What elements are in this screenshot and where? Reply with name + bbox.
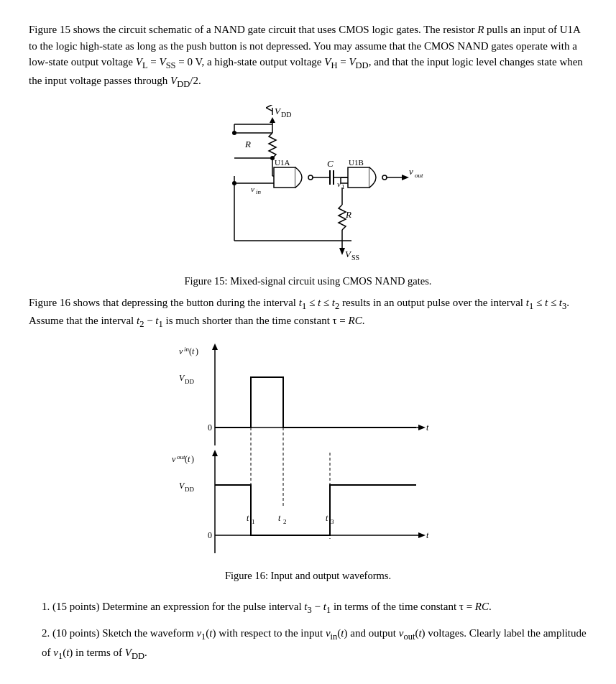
svg-text:): ): [196, 346, 198, 356]
svg-text:1: 1: [252, 518, 255, 525]
figure-15-container: V DD R U1A v in: [29, 104, 587, 287]
svg-point-20: [270, 156, 275, 160]
waveform-diagram: v in ( t ) V DD t 0 t 1 t 2 v out (: [157, 341, 459, 564]
svg-rect-8: [274, 167, 295, 188]
svg-marker-36: [339, 248, 345, 255]
circuit-diagram: V DD R U1A v in: [157, 104, 459, 269]
svg-text:C: C: [327, 158, 334, 169]
svg-text:DD: DD: [185, 486, 194, 493]
svg-text:): ): [191, 454, 194, 464]
svg-text:in: in: [256, 188, 262, 195]
intro-paragraph: Figure 15 shows the circuit schematic of…: [29, 22, 587, 91]
svg-text:DD: DD: [281, 111, 291, 119]
fig16-caption: Figure 16: Input and output waveforms.: [225, 570, 391, 582]
svg-text:U1A: U1A: [275, 158, 290, 167]
svg-point-9: [308, 175, 313, 180]
svg-text:t: t: [426, 422, 429, 433]
svg-marker-46: [402, 175, 409, 180]
svg-text:t: t: [188, 454, 190, 464]
svg-marker-4: [270, 117, 275, 123]
svg-marker-50: [212, 343, 218, 350]
svg-text:v: v: [172, 454, 176, 464]
questions-section: 1. (15 points) Determine an expression f…: [29, 598, 587, 663]
svg-text:DD: DD: [185, 378, 194, 385]
svg-text:R: R: [345, 209, 351, 220]
svg-text:SS: SS: [351, 254, 359, 262]
svg-marker-52: [418, 425, 426, 430]
fig16-paragraph: Figure 16 shows that depressing the butt…: [29, 295, 587, 332]
svg-marker-69: [212, 450, 218, 456]
svg-point-40: [382, 175, 387, 180]
svg-text:t: t: [326, 513, 328, 523]
svg-text:t: t: [426, 530, 429, 540]
svg-text:R: R: [244, 139, 251, 149]
svg-text:t: t: [192, 346, 195, 356]
fig15-caption: Figure 15: Mixed-signal circuit using CM…: [185, 275, 432, 287]
svg-point-18: [232, 181, 236, 185]
svg-text:t: t: [278, 513, 281, 523]
question-2: 2. (10 points) Sketch the waveform v1(t)…: [42, 624, 587, 663]
svg-text:v: v: [409, 166, 413, 177]
svg-text:0: 0: [208, 422, 212, 433]
svg-text:U1B: U1B: [349, 158, 364, 167]
svg-rect-39: [348, 167, 369, 188]
svg-text:v: v: [251, 185, 254, 193]
svg-marker-71: [418, 532, 426, 538]
svg-text:v: v: [179, 346, 183, 356]
svg-text:0: 0: [208, 530, 212, 540]
question-1: 1. (15 points) Determine an expression f…: [42, 598, 587, 617]
svg-text:t: t: [247, 513, 249, 523]
svg-text:3: 3: [331, 518, 334, 525]
svg-text:out: out: [415, 172, 423, 179]
svg-text:2: 2: [283, 518, 287, 525]
figure-16-container: v in ( t ) V DD t 0 t 1 t 2 v out (: [29, 341, 587, 582]
